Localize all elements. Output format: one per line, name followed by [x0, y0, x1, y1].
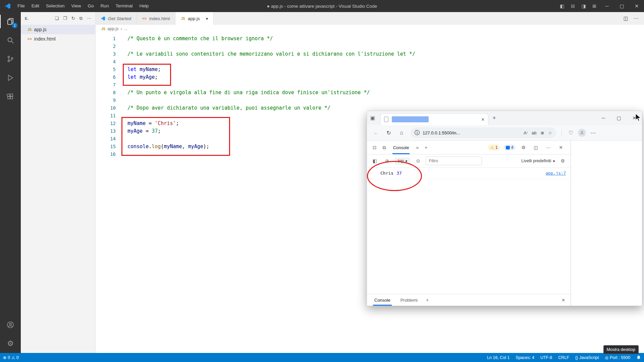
line-content [116, 58, 127, 66]
menu-help[interactable]: Help [136, 3, 152, 8]
explorer-icon[interactable]: 1 [0, 12, 21, 31]
warnings-badge[interactable]: ⚠1 [488, 144, 500, 150]
log-source-link[interactable]: app.js:7 [546, 171, 566, 176]
line-number: 7 [95, 81, 116, 89]
toggle-sidebar-icon[interactable]: ◧ [557, 0, 568, 12]
screen: FileEditSelectionViewGoRunTerminalHelp ●… [0, 0, 644, 362]
drawer-add-icon[interactable]: + [424, 297, 431, 303]
devtools-drawer: Console Problemi + ✕ [367, 294, 571, 306]
problems-indicator[interactable]: ⊗ 0 ⚠ 0 [0, 355, 22, 360]
menu-view[interactable]: View [68, 3, 85, 8]
file-item-appjs[interactable]: JS app.js [21, 25, 95, 34]
context-selector[interactable]: top ▾ [395, 158, 411, 165]
url-text[interactable]: 127.0.0.1:5500/in... [423, 130, 460, 135]
browser-page-viewport[interactable] [571, 141, 642, 306]
zoom-icon[interactable]: ⊕ [540, 130, 544, 135]
address-bar[interactable]: ⓘ 127.0.0.1:5500/in... A⁾ ab ⊕ ☆ [411, 127, 556, 138]
refresh-icon[interactable]: ↻ [383, 130, 394, 136]
vscode-minimize-button[interactable]: ─ [600, 0, 614, 12]
split-editor-icon[interactable]: ◫ [624, 15, 628, 21]
drawer-tab-problems[interactable]: Problemi [396, 294, 422, 306]
browser-tabstrip: ▣ ✕ + ─ ▢ ✕ [367, 111, 642, 125]
eye-icon[interactable]: ⊙ [414, 158, 423, 164]
site-info-icon[interactable]: ⓘ [415, 129, 420, 136]
read-aloud-icon[interactable]: A⁾ [524, 130, 528, 135]
messages-badge[interactable]: 4 [503, 144, 516, 150]
browser-essentials-icon[interactable]: ♡ [565, 130, 577, 136]
inspect-element-icon[interactable]: ⊡ [370, 145, 379, 150]
new-folder-icon[interactable]: ❐ [63, 16, 67, 21]
search-icon[interactable] [0, 31, 21, 50]
extensions-icon[interactable] [0, 87, 21, 106]
home-icon[interactable]: ⌂ [396, 130, 407, 136]
indentation[interactable]: Spaces: 4 [513, 355, 537, 360]
issues-icon[interactable]: ◫ [531, 145, 540, 150]
more-tabs-icon[interactable]: » [414, 145, 421, 150]
explorer-section-label[interactable]: E. [25, 16, 29, 20]
profile-avatar[interactable] [578, 129, 586, 137]
translate-icon[interactable]: ab [532, 130, 536, 135]
vscode-maximize-button[interactable]: ▢ [614, 0, 629, 12]
browser-maximize-button[interactable]: ▢ [611, 111, 627, 125]
encoding[interactable]: UTF-8 [537, 355, 555, 360]
menu-go[interactable]: Go [85, 3, 97, 8]
refresh-explorer-icon[interactable]: ↻ [71, 16, 75, 21]
browser-settings-more-icon[interactable]: ⋯ [587, 130, 599, 136]
unsaved-changes-dot[interactable]: ● [206, 16, 208, 20]
toggle-secondary-sidebar-icon[interactable]: ◨ [578, 0, 589, 12]
log-levels-dropdown[interactable]: Livelli predefiniti ▾ [521, 159, 555, 164]
menu-file[interactable]: File [14, 3, 28, 8]
explorer-more-actions-icon[interactable]: ⋯ [87, 16, 91, 21]
menu-run[interactable]: Run [97, 3, 112, 8]
settings-gear-icon[interactable]: ⚙ [0, 334, 21, 353]
new-tab-icon[interactable]: + [488, 115, 500, 122]
editor-more-actions-icon[interactable]: ⋯ [634, 15, 639, 21]
cursor-position[interactable]: Ln 16, Col 1 [484, 355, 513, 360]
collapse-folders-icon[interactable]: ⧉ [79, 16, 83, 21]
line-content [116, 97, 127, 104]
console-settings-gear-icon[interactable]: ⚙ [558, 158, 567, 164]
clear-console-icon[interactable]: ⊘ [383, 158, 391, 164]
source-control-icon[interactable] [0, 50, 21, 68]
breadcrumb-more[interactable]: ... [124, 26, 127, 31]
drawer-tab-console[interactable]: Console [370, 294, 394, 306]
tab-actions-icon[interactable]: ▣ [367, 115, 378, 121]
devtools-tab-console[interactable]: Console [390, 141, 413, 154]
vscode-statusbar: ⊗ 0 ⚠ 0 Ln 16, Col 1 Spaces: 4 UTF-8 CRL… [0, 353, 644, 362]
file-item-indexhtml[interactable]: <> index.html [21, 34, 95, 44]
customize-layout-icon[interactable]: ⊞ [589, 0, 600, 12]
language-mode[interactable]: {} JavaScript [572, 355, 602, 360]
console-filter-input[interactable] [426, 157, 482, 165]
breadcrumb-file[interactable]: app.js [107, 26, 118, 31]
devtools-close-icon[interactable]: ✕ [556, 145, 565, 150]
favorites-star-icon[interactable]: ☆ [548, 130, 552, 135]
tab-index-html[interactable]: <> index.html [137, 12, 175, 25]
run-debug-icon[interactable] [0, 68, 21, 87]
line-number: 2 [95, 43, 116, 50]
add-tab-icon[interactable]: + [422, 145, 430, 150]
menu-selection[interactable]: Selection [43, 3, 68, 8]
toggle-panel-icon[interactable]: ⊟ [568, 0, 578, 12]
tab-app-js[interactable]: JS app.js ● [175, 12, 214, 25]
browser-tab[interactable]: ✕ [380, 113, 488, 125]
menu-edit[interactable]: Edit [28, 3, 43, 8]
account-icon[interactable] [0, 315, 21, 334]
devtools-settings-gear-icon[interactable]: ⚙ [519, 145, 528, 150]
tab-close-icon[interactable]: ✕ [481, 117, 485, 122]
devtools-more-icon[interactable]: ⋯ [544, 145, 553, 150]
device-toolbar-icon[interactable]: ⧉ [380, 145, 388, 150]
tab-get-started[interactable]: Get Started [95, 12, 137, 25]
navbar-divider [561, 129, 562, 136]
new-file-icon[interactable]: ❏ [55, 16, 59, 21]
line-content: myAge = 37; [116, 127, 161, 135]
back-icon[interactable]: ← [370, 130, 382, 136]
eol-sequence[interactable]: CRLF [555, 355, 572, 360]
live-server-port[interactable]: ◎ Port : 5500 [602, 355, 633, 360]
notifications-bell-icon[interactable] [633, 355, 644, 360]
vscode-close-button[interactable]: ✕ [629, 0, 644, 12]
browser-minimize-button[interactable]: ─ [596, 111, 611, 125]
breadcrumb[interactable]: JS app.js › ... [95, 25, 644, 33]
menu-terminal[interactable]: Terminal [112, 3, 136, 8]
drawer-close-icon[interactable]: ✕ [561, 298, 567, 303]
console-sidebar-icon[interactable]: ◧ [370, 158, 379, 164]
